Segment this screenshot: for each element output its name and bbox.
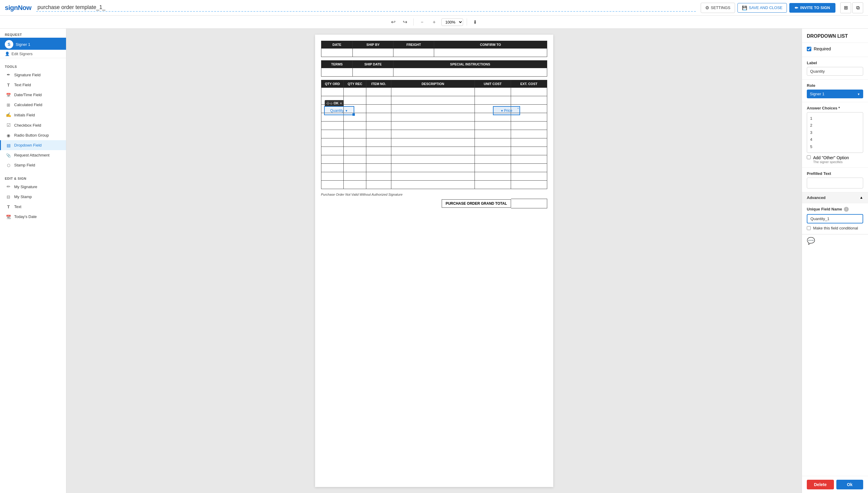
field-close-button[interactable]: × xyxy=(340,101,342,105)
field-resize-handle[interactable] xyxy=(352,113,355,116)
download-button[interactable] xyxy=(471,18,479,26)
quantity-field-label: Quantity xyxy=(330,109,344,113)
copy-icon xyxy=(856,5,860,10)
chat-icon-bar: 💬 xyxy=(802,234,868,247)
table-row xyxy=(321,147,547,155)
sidebar-item-label: Date/Time Field xyxy=(14,92,42,97)
required-checkbox[interactable] xyxy=(807,47,811,51)
table-row xyxy=(321,164,547,172)
today-icon xyxy=(6,214,11,219)
grand-total-label: PURCHASE ORDER GRAND TOTAL xyxy=(442,199,511,208)
sidebar-item-text2[interactable]: Text xyxy=(0,202,66,212)
table-row xyxy=(321,96,547,105)
col-ship-by: SHIP BY xyxy=(353,41,393,48)
answer-choices-label: Answer Choices * xyxy=(807,106,863,110)
sidebar-item-label: My Signature xyxy=(14,185,37,189)
sidebar-item-initials[interactable]: Initials Field xyxy=(0,110,66,120)
sidebar-item-attachment[interactable]: Request Attachment xyxy=(0,150,66,160)
sidebar-item-mysig[interactable]: My Signature xyxy=(0,181,66,192)
sidebar-item-stamp[interactable]: Stamp Field xyxy=(0,160,66,170)
invite-label: INVITE TO SIGN xyxy=(800,5,830,10)
edit-sign-section: Edit & Sign My Signature My Stamp Text T… xyxy=(0,172,66,224)
panel-title: DROPDOWN LIST xyxy=(802,29,868,43)
sidebar-item-label: Request Attachment xyxy=(14,153,49,157)
toolbar-divider-2 xyxy=(467,18,467,26)
delete-button[interactable]: Delete xyxy=(807,480,834,489)
save-and-close-button[interactable]: SAVE AND CLOSE xyxy=(737,3,787,13)
signature-icon xyxy=(6,72,11,78)
col-date: DATE xyxy=(321,41,353,48)
settings-button[interactable]: SETTINGS xyxy=(701,3,735,13)
conditional-checkbox[interactable] xyxy=(807,226,811,230)
sidebar-item-label: Initials Field xyxy=(14,113,35,117)
sidebar-item-mystamp[interactable]: My Stamp xyxy=(0,192,66,202)
mysig-icon xyxy=(6,184,11,189)
price-dropdown-field[interactable]: ▼ Price * xyxy=(493,106,520,115)
role-select[interactable]: Signer 1 xyxy=(807,89,863,98)
grid-view-button[interactable] xyxy=(840,2,851,13)
copy-button[interactable] xyxy=(852,2,863,13)
advanced-header[interactable]: Advanced ▲ xyxy=(802,192,868,203)
cell-ship-by xyxy=(353,48,393,57)
sidebar-item-calculated[interactable]: Calculated Field xyxy=(0,100,66,110)
required-section: Required xyxy=(802,43,868,57)
add-other-sub: The signer specifies xyxy=(813,160,849,164)
role-section: Role Signer 1 xyxy=(802,80,868,102)
sidebar-item-datetime[interactable]: Date/Time Field xyxy=(0,90,66,100)
sidebar-item-checkbox[interactable]: Checkbox Field xyxy=(0,120,66,130)
settings-label: SETTINGS xyxy=(711,5,731,10)
conditional-label: Make this field conditional xyxy=(813,226,858,230)
table-row xyxy=(321,172,547,180)
table-row xyxy=(321,138,547,147)
sidebar-item-dropdown[interactable]: Dropdown Field xyxy=(0,140,66,150)
role-label: Role xyxy=(807,83,863,88)
text2-icon xyxy=(6,204,11,209)
answer-choice-5: 5 xyxy=(810,143,860,150)
role-select-wrap: Signer 1 xyxy=(807,89,863,98)
zoom-out-button[interactable]: － xyxy=(417,18,427,26)
header-actions: SETTINGS SAVE AND CLOSE INVITE TO SIGN xyxy=(701,2,863,13)
field-ok-button[interactable]: OK xyxy=(334,101,339,105)
label-section: Label xyxy=(802,57,868,80)
attachment-icon xyxy=(6,153,11,158)
move-icon: ⊹ xyxy=(326,101,332,106)
sidebar-item-signature[interactable]: Signature Field xyxy=(0,70,66,80)
checkbox-icon xyxy=(6,123,11,128)
undo-button[interactable] xyxy=(389,18,398,26)
edit-signers-button[interactable]: 👤 Edit Signers xyxy=(0,50,66,58)
sidebar-item-label: Text xyxy=(14,205,21,209)
redo-button[interactable] xyxy=(400,18,410,26)
panel-scroll: DROPDOWN LIST Required Label Role Signer… xyxy=(802,29,868,493)
doc-title-input[interactable] xyxy=(36,4,696,12)
sidebar-item-text[interactable]: Text Field xyxy=(0,80,66,90)
chat-icon[interactable]: 💬 xyxy=(807,237,815,245)
prefilled-label: Prefilled Text xyxy=(807,171,863,176)
logo: signNow xyxy=(5,4,31,12)
panel-bottom-buttons: Delete Ok xyxy=(802,476,868,493)
radio-icon xyxy=(6,133,11,138)
person-icon: 👤 xyxy=(5,51,9,56)
sidebar-item-label: Radio Button Group xyxy=(14,133,49,137)
unique-field-input[interactable] xyxy=(807,214,863,223)
answer-choices-section: Answer Choices * 1 2 3 4 5 Add "Other" O… xyxy=(802,102,868,168)
ok-button[interactable]: Ok xyxy=(836,480,864,489)
table-row xyxy=(321,122,547,130)
advanced-title: Advanced xyxy=(807,195,825,200)
signer-avatar: S xyxy=(5,40,13,48)
label-input[interactable] xyxy=(807,67,863,76)
add-other-label: Add "Other" Option xyxy=(813,155,849,160)
prefilled-input[interactable] xyxy=(807,178,863,189)
sidebar-item-radio[interactable]: Radio Button Group xyxy=(0,130,66,140)
canvas-area[interactable]: DATE SHIP BY FREIGHT CONFIRM TO xyxy=(66,29,802,493)
sidebar-item-today[interactable]: Today's Date xyxy=(0,212,66,222)
zoom-select[interactable]: 100% 50% 75% 125% 150% 200% xyxy=(441,18,463,26)
invite-to-sign-button[interactable]: INVITE TO SIGN xyxy=(789,3,836,13)
answer-choices-box[interactable]: 1 2 3 4 5 xyxy=(807,112,863,153)
info-icon[interactable]: i xyxy=(844,207,849,212)
zoom-in-button[interactable]: ＋ xyxy=(429,18,439,26)
quantity-dropdown-field[interactable]: ⊹ OK × Quantity ▼ xyxy=(324,106,354,115)
save-label: SAVE AND CLOSE xyxy=(749,5,783,10)
mystamp-icon xyxy=(6,194,11,199)
request-section: Request S Signer 1 👤 Edit Signers xyxy=(0,29,66,61)
add-other-checkbox[interactable] xyxy=(807,155,811,159)
